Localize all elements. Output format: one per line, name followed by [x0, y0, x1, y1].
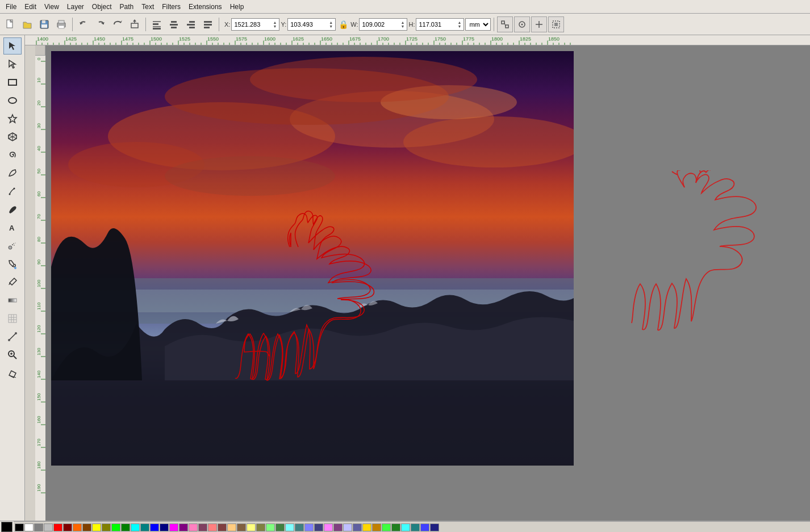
eyedropper-tool[interactable] — [3, 274, 22, 291]
selector-tool[interactable] — [3, 37, 22, 55]
ellipse-tool[interactable] — [3, 92, 22, 109]
zoom-tool[interactable] — [3, 346, 22, 363]
rectangle-tool[interactable] — [3, 74, 22, 91]
y-down-arrow[interactable]: ▼ — [329, 24, 333, 28]
star-tool[interactable] — [3, 110, 22, 127]
w-down-arrow[interactable]: ▼ — [401, 24, 405, 28]
color-swatch[interactable] — [53, 523, 62, 531]
pencil-tool[interactable] — [3, 165, 22, 182]
color-swatch[interactable] — [169, 523, 178, 531]
menu-extensions[interactable]: Extensions — [185, 2, 226, 12]
color-swatch[interactable] — [411, 523, 420, 531]
align-justify-button[interactable] — [200, 16, 216, 32]
color-swatch[interactable] — [102, 523, 111, 531]
x-down-arrow[interactable]: ▼ — [273, 24, 277, 28]
color-swatch[interactable] — [82, 523, 91, 531]
align-center-button[interactable] — [166, 16, 182, 32]
h-up-arrow[interactable]: ▲ — [458, 20, 462, 24]
canvas-scroll[interactable] — [35, 45, 810, 521]
color-swatch[interactable] — [218, 523, 227, 531]
x-arrows[interactable]: ▲ ▼ — [273, 20, 277, 28]
color-swatch[interactable] — [150, 523, 159, 531]
calligraphy-tool[interactable] — [3, 201, 22, 218]
color-swatch[interactable] — [353, 523, 362, 531]
color-swatch[interactable] — [131, 523, 140, 531]
h-arrows[interactable]: ▲ ▼ — [458, 20, 462, 28]
color-swatch[interactable] — [73, 523, 82, 531]
lock-button[interactable]: 🔒 — [337, 18, 349, 31]
redo2-button[interactable] — [110, 16, 126, 32]
y-arrows[interactable]: ▲ ▼ — [329, 20, 333, 28]
menu-filters[interactable]: Filters — [158, 2, 184, 12]
gradient-tool[interactable] — [3, 292, 22, 309]
menu-view[interactable]: View — [41, 2, 62, 12]
color-swatch[interactable] — [63, 523, 72, 531]
fill-color-swatch[interactable] — [1, 522, 12, 532]
undo-button[interactable] — [76, 16, 91, 32]
snap-btn4[interactable] — [548, 16, 564, 32]
connector-tool[interactable] — [3, 328, 22, 345]
color-swatch[interactable] — [160, 523, 169, 531]
pen-tool[interactable] — [3, 183, 22, 200]
color-swatch[interactable] — [314, 523, 323, 531]
color-swatch[interactable] — [121, 523, 130, 531]
menu-edit[interactable]: Edit — [21, 2, 40, 12]
x-up-arrow[interactable]: ▲ — [273, 20, 277, 24]
color-swatch[interactable] — [198, 523, 207, 531]
color-swatch[interactable] — [382, 523, 391, 531]
color-swatch[interactable] — [15, 523, 24, 531]
open-button[interactable] — [19, 16, 35, 32]
color-swatch[interactable] — [372, 523, 381, 531]
color-swatch[interactable] — [401, 523, 410, 531]
menu-layer[interactable]: Layer — [64, 2, 87, 12]
color-swatch[interactable] — [179, 523, 188, 531]
color-swatch[interactable] — [237, 523, 246, 531]
x-input[interactable]: 1521.283 ▲ ▼ — [231, 18, 279, 31]
color-swatch[interactable] — [275, 523, 285, 531]
text-tool[interactable]: A — [3, 219, 22, 236]
color-swatch[interactable] — [34, 523, 43, 531]
color-swatch[interactable] — [24, 523, 34, 531]
menu-path[interactable]: Path — [116, 2, 137, 12]
color-swatch[interactable] — [247, 523, 256, 531]
color-swatch[interactable] — [92, 523, 101, 531]
h-input[interactable]: 117.031 ▲ ▼ — [416, 18, 464, 31]
color-swatch[interactable] — [140, 523, 149, 531]
color-swatch[interactable] — [44, 523, 53, 531]
menu-help[interactable]: Help — [227, 2, 248, 12]
color-swatch[interactable] — [343, 523, 352, 531]
color-swatch[interactable] — [420, 523, 429, 531]
color-swatch[interactable] — [295, 523, 304, 531]
align-left-button[interactable] — [149, 16, 165, 32]
spiral-tool[interactable] — [3, 146, 22, 164]
transform-button[interactable] — [127, 16, 143, 32]
menu-text[interactable]: Text — [138, 2, 157, 12]
w-input[interactable]: 109.002 ▲ ▼ — [359, 18, 407, 31]
3dbox-tool[interactable] — [3, 128, 22, 145]
redo-button[interactable] — [93, 16, 108, 32]
snap-btn2[interactable] — [514, 16, 530, 32]
spray-tool[interactable] — [3, 237, 22, 254]
menu-object[interactable]: Object — [89, 2, 115, 12]
color-swatch[interactable] — [391, 523, 400, 531]
color-swatch[interactable] — [333, 523, 343, 531]
color-swatch[interactable] — [266, 523, 275, 531]
paint-bucket-tool[interactable] — [3, 255, 22, 273]
y-input[interactable]: 103.493 ▲ ▼ — [287, 18, 336, 31]
color-swatch[interactable] — [227, 523, 236, 531]
color-swatch[interactable] — [324, 523, 333, 531]
w-arrows[interactable]: ▲ ▼ — [401, 20, 405, 28]
color-swatch[interactable] — [111, 523, 120, 531]
h-down-arrow[interactable]: ▼ — [458, 24, 462, 28]
unit-select[interactable]: mmcmpxin — [465, 18, 491, 31]
mesh-tool[interactable] — [3, 310, 22, 327]
w-up-arrow[interactable]: ▲ — [401, 20, 405, 24]
snap-btn1[interactable] — [497, 16, 513, 32]
color-swatch[interactable] — [208, 523, 217, 531]
snap-btn3[interactable] — [531, 16, 547, 32]
save-button[interactable] — [36, 16, 52, 32]
menu-file[interactable]: File — [2, 2, 20, 12]
print-button[interactable] — [53, 16, 69, 32]
node-tool[interactable] — [3, 56, 22, 73]
new-button[interactable] — [2, 16, 18, 32]
